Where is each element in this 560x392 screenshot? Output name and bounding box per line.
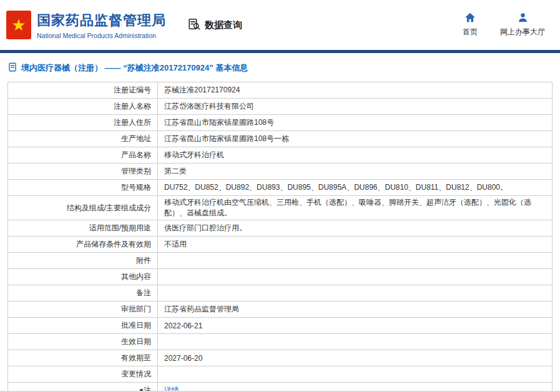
- field-value: [158, 253, 553, 269]
- field-value: [158, 285, 553, 301]
- table-row: 附件: [8, 253, 553, 269]
- table-row: 审批部门 江苏省药品监督管理局: [8, 301, 553, 318]
- table-row: 生效日期: [8, 334, 553, 350]
- table-row: 产品名称 移动式牙科治疗机: [8, 147, 553, 164]
- field-label: 变更情况: [8, 366, 158, 383]
- org-title-block: 国家药品监督管理局 National Medical Products Admi…: [37, 11, 166, 39]
- home-icon: [464, 12, 476, 24]
- field-value: 不适用: [158, 237, 553, 253]
- field-value: 移动式牙科治疗机: [158, 147, 553, 164]
- field-label: 管理类别: [8, 164, 158, 180]
- field-label: 批准日期: [8, 318, 158, 334]
- field-value: 2027-06-20: [158, 350, 553, 366]
- field-label: 附件: [8, 253, 158, 269]
- field-label: 结构及组成/主要组成成分: [8, 196, 158, 220]
- nav-item-home[interactable]: 首页: [463, 12, 478, 37]
- table-row: 变更情况: [8, 366, 553, 383]
- table-row: 生产地址 江苏省昆山市陆家镇星圃路108号一栋: [8, 131, 553, 147]
- field-value: [158, 366, 553, 383]
- field-label: 注册人名称: [8, 99, 158, 115]
- org-title-cn: 国家药品监督管理局: [37, 11, 166, 30]
- field-label: 注册人住所: [8, 115, 158, 131]
- document-search-icon: [187, 17, 201, 33]
- table-row: 适用范围/预期用途 供医疗部门口腔治疗用。: [8, 220, 553, 237]
- table-row: 注册人名称 江苏岱洛医疗科技有限公司: [8, 99, 553, 115]
- field-label: 有效期至: [8, 350, 158, 366]
- table-row: 批准日期 2022-06-21: [8, 318, 553, 334]
- field-label: 型号规格: [8, 180, 158, 196]
- nav-hall-label: 网上办事大厅: [500, 27, 545, 37]
- table-row: 结构及组成/主要组成成分 移动式牙科治疗机由空气压缩机、三用枪、手机（选配）、吸…: [8, 196, 553, 220]
- table-row: 注册证编号 苏械注准20172170924: [8, 82, 553, 99]
- field-value: [158, 334, 553, 350]
- field-value: 移动式牙科治疗机由空气压缩机、三用枪、手机（选配）、吸唾器、脚踏开关、超声洁牙（…: [158, 196, 553, 220]
- field-label: 生产地址: [8, 131, 158, 147]
- person-icon: [518, 12, 528, 24]
- field-value: 江苏省昆山市陆家镇星圃路108号: [158, 115, 553, 131]
- table-row: 有效期至 2027-06-20: [8, 350, 553, 366]
- field-label: 产品名称: [8, 147, 158, 164]
- data-query-label: 数据查询: [205, 19, 242, 31]
- field-value: 供医疗部门口腔治疗用。: [158, 220, 553, 237]
- field-label: 审批部门: [8, 301, 158, 318]
- table-row: 其他内容: [8, 269, 553, 285]
- field-value: 江苏省昆山市陆家镇星圃路108号一栋: [158, 131, 553, 147]
- org-title-en: National Medical Products Administration: [37, 32, 166, 39]
- table-row: 型号规格 DU752、DU852、DU892、DU893、DU895、DU895…: [8, 180, 553, 196]
- field-value: 江苏省药品监督管理局: [158, 301, 553, 318]
- field-label: 注册证编号: [8, 82, 158, 99]
- table-row: 管理类别 第二类: [8, 164, 553, 180]
- table-row: 备注: [8, 285, 553, 301]
- nav-home-label: 首页: [463, 27, 478, 37]
- field-label: 适用范围/预期用途: [8, 220, 158, 237]
- registration-info-table: 注册证编号 苏械注准20172170924 注册人名称 江苏岱洛医疗科技有限公司…: [7, 82, 553, 392]
- field-label: 产品储存条件及有效期: [8, 237, 158, 253]
- national-emblem-icon: [6, 11, 31, 39]
- emblem-star-icon: [11, 17, 26, 33]
- breadcrumb: 境内医疗器械（注册） —— “苏械注准20172170924” 基本信息: [0, 53, 560, 81]
- nav-item-online-hall[interactable]: 网上办事大厅: [500, 12, 545, 37]
- field-value: DU752、DU852、DU892、DU893、DU895、DU895A、DU8…: [158, 180, 553, 196]
- breadcrumb-text: 境内医疗器械（注册） —— “苏械注准20172170924” 基本信息: [21, 62, 248, 74]
- table-row: 注册人住所 江苏省昆山市陆家镇星圃路108号: [8, 115, 553, 131]
- field-label: 备注: [8, 285, 158, 301]
- field-value: 江苏岱洛医疗科技有限公司: [158, 99, 553, 115]
- field-label: 其他内容: [8, 269, 158, 285]
- data-query-nav[interactable]: 数据查询: [187, 17, 242, 33]
- field-value: [158, 269, 553, 285]
- page-document-icon: [8, 62, 17, 74]
- table-row: 产品储存条件及有效期 不适用: [8, 237, 553, 253]
- field-value: 苏械注准20172170924: [158, 82, 553, 99]
- field-value: 2022-06-21: [158, 318, 553, 334]
- field-label: 生效日期: [8, 334, 158, 350]
- field-value: 第二类: [158, 164, 553, 180]
- page-header: 国家药品监督管理局 National Medical Products Admi…: [0, 0, 560, 50]
- top-nav: 首页 网上办事大厅: [463, 12, 545, 37]
